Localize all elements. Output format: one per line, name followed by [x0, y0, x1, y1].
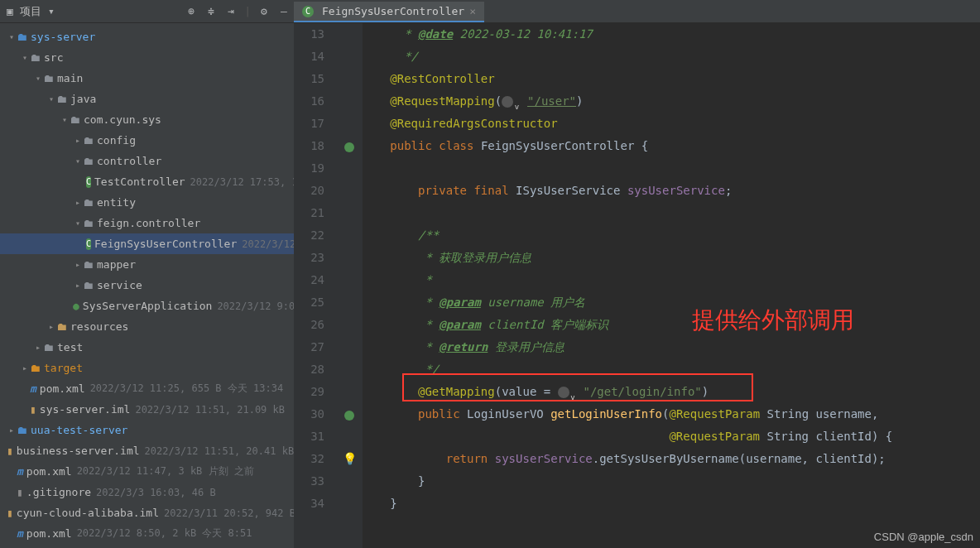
tree-item-label: pom.xml	[26, 465, 72, 478]
gear-icon[interactable]: ⚙	[257, 5, 271, 18]
collapse-icon[interactable]: ⇥	[224, 5, 238, 18]
tree-item[interactable]: ▾🖿sys-server	[0, 26, 294, 47]
tree-item-meta: 2022/3/12 8:50, 2 kB 今天 8:51	[77, 526, 252, 541]
tree-item-label: config	[97, 134, 136, 147]
tree-item-label: TestController	[94, 175, 185, 188]
class-icon: C	[86, 238, 91, 250]
tree-item[interactable]: ▮business-server.iml2022/3/12 11:51, 20.…	[0, 440, 294, 461]
folder-res-icon: 🖿	[56, 320, 67, 333]
tree-item[interactable]: ▸🖿resources	[0, 316, 294, 337]
file-brown-icon: ▮	[7, 445, 13, 457]
tab-active[interactable]: C FeignSysUserController ×	[294, 2, 484, 22]
tree-item[interactable]: ▸🖿config	[0, 130, 294, 151]
folder-icon: 🖿	[83, 134, 94, 147]
folder-orange-icon: 🖿	[30, 362, 41, 374]
tree-item[interactable]: ▾🖿java	[0, 89, 294, 109]
gutter-marks: 💡	[339, 23, 363, 548]
tree-item-meta: 2022/3/11 20:52, 942 B	[164, 507, 294, 519]
expand-icon[interactable]: ≑	[204, 5, 218, 18]
close-icon[interactable]: ×	[469, 5, 476, 17]
folder-icon: 🖿	[43, 341, 54, 353]
dropdown-icon[interactable]: ▾	[45, 5, 58, 18]
tree-item-meta: 2022/3/12	[242, 238, 294, 250]
tree-item[interactable]: ▮cyun-cloud-alibaba.iml2022/3/11 20:52, …	[0, 502, 294, 523]
tree-item-meta: 2022/3/12 17:53, 1.	[190, 176, 294, 188]
tree-item-label: controller	[97, 155, 161, 167]
maven-icon: m	[30, 382, 36, 395]
tree-item-label: target	[44, 362, 83, 374]
folder-blue-icon: 🖿	[17, 424, 27, 436]
folder-icon: 🖿	[83, 279, 94, 291]
project-tree[interactable]: ▾🖿sys-server▾🖿src▾🖿main▾🖿java▾🖿com.cyun.…	[0, 23, 294, 548]
code-editor[interactable]: 1314151617181920212223242526272829303132…	[294, 23, 980, 548]
tree-item-meta: 2022/3/3 16:03, 46 B	[96, 487, 216, 498]
tree-item-label: pom.xml	[40, 382, 85, 395]
tree-item-label: .gitignore	[26, 486, 91, 498]
tree-item[interactable]: ▸🖿target	[0, 358, 294, 378]
tree-item[interactable]: ●SysServerApplication2022/3/12 9:0	[0, 296, 294, 316]
minimize-icon[interactable]: —	[277, 5, 291, 18]
tree-item-label: java	[70, 93, 96, 105]
file-brown-icon: ▮	[30, 403, 36, 416]
tree-item-label: sys-server.iml	[40, 403, 131, 416]
tab-label: FeignSysUserController	[322, 5, 464, 17]
tree-item[interactable]: ▾🖿main	[0, 68, 294, 89]
folder-icon: 🖿	[43, 72, 54, 84]
tree-item-label: feign.controller	[97, 217, 200, 229]
file-gray-icon: ▮	[17, 486, 23, 498]
tree-item[interactable]: mpom.xml2022/3/12 11:25, 655 B 今天 13:34	[0, 378, 294, 399]
editor-area: C FeignSysUserController × 1314151617181…	[294, 0, 980, 548]
class-icon: C	[302, 6, 314, 17]
spring-icon: ●	[73, 300, 79, 312]
folder-icon: 🖿	[83, 155, 94, 167]
tree-item-label: test	[57, 341, 83, 353]
maven-icon: m	[17, 465, 23, 478]
divider: |	[244, 5, 251, 17]
sidebar-header: ▣ 项目 ▾ ⊕ ≑ ⇥ | ⚙ —	[0, 0, 294, 23]
lightbulb-icon[interactable]: 💡	[343, 448, 357, 470]
line-gutter: 1314151617181920212223242526272829303132…	[294, 23, 339, 548]
tree-item[interactable]: ▸🖿test	[0, 337, 294, 358]
tree-item[interactable]: ▾🖿com.cyun.sys	[0, 109, 294, 130]
tree-item-label: pom.xml	[26, 527, 72, 540]
tree-item[interactable]: CTestController2022/3/12 17:53, 1.	[0, 171, 294, 192]
tree-item-meta: 2022/3/12 9:0	[217, 300, 294, 312]
tree-item[interactable]: mpom.xml2022/3/12 8:50, 2 kB 今天 8:51	[0, 523, 294, 544]
tree-item[interactable]: CFeignSysUserController2022/3/12	[0, 233, 294, 254]
folder-icon: 🖿	[70, 113, 80, 126]
maven-icon: m	[17, 527, 23, 540]
spring-bean-icon[interactable]	[344, 411, 354, 421]
target-icon[interactable]: ⊕	[185, 5, 198, 18]
annotation-box	[402, 373, 753, 401]
tree-item-meta: 2022/3/12 11:25, 655 B 今天 13:34	[90, 382, 284, 396]
sidebar-title: 项目	[20, 4, 41, 19]
tree-item-label: src	[44, 51, 63, 64]
tree-item-label: sys-server	[31, 31, 95, 43]
tree-item-label: main	[57, 72, 83, 84]
tree-item-label: SysServerApplication	[83, 300, 213, 312]
folder-icon: 🖿	[30, 51, 41, 64]
project-sidebar: ▣ 项目 ▾ ⊕ ≑ ⇥ | ⚙ — ▾🖿sys-server▾🖿src▾🖿ma…	[0, 0, 294, 548]
annotation-text: 提供给外部调用	[692, 309, 854, 331]
tree-item[interactable]: ▸🖿service	[0, 275, 294, 296]
tree-item-meta: 2022/3/12 11:51, 20.41 kB	[145, 445, 294, 457]
code-content[interactable]: * @date 2022-03-12 10:41:17 */ @RestCont…	[363, 23, 980, 548]
tree-item[interactable]: ▸🖿entity	[0, 192, 294, 213]
tree-item[interactable]: ▾🖿feign.controller	[0, 213, 294, 233]
tree-item[interactable]: ▾🖿controller	[0, 151, 294, 171]
tree-item[interactable]: ▸🖿mapper	[0, 254, 294, 275]
tree-item-label: cyun-cloud-alibaba.iml	[17, 507, 159, 519]
tab-bar: C FeignSysUserController ×	[294, 0, 980, 23]
tree-item[interactable]: mpom.xml2022/3/12 11:47, 3 kB 片刻 之前	[0, 461, 294, 482]
tree-item-label: resources	[70, 320, 128, 333]
tree-item[interactable]: ▮sys-server.iml2022/3/12 11:51, 21.09 kB	[0, 399, 294, 420]
tree-item-meta: 2022/3/12 11:47, 3 kB 片刻 之前	[77, 464, 254, 478]
watermark: CSDN @apple_csdn	[874, 531, 973, 543]
tree-item-label: entity	[97, 196, 136, 209]
project-icon: ▣	[3, 5, 17, 18]
tree-item[interactable]: ▮.gitignore2022/3/3 16:03, 46 B	[0, 482, 294, 502]
tree-item[interactable]: ▾🖿src	[0, 47, 294, 68]
file-brown-icon: ▮	[7, 507, 13, 519]
tree-item[interactable]: ▸🖿uua-test-server	[0, 420, 294, 440]
spring-bean-icon[interactable]	[344, 142, 354, 152]
